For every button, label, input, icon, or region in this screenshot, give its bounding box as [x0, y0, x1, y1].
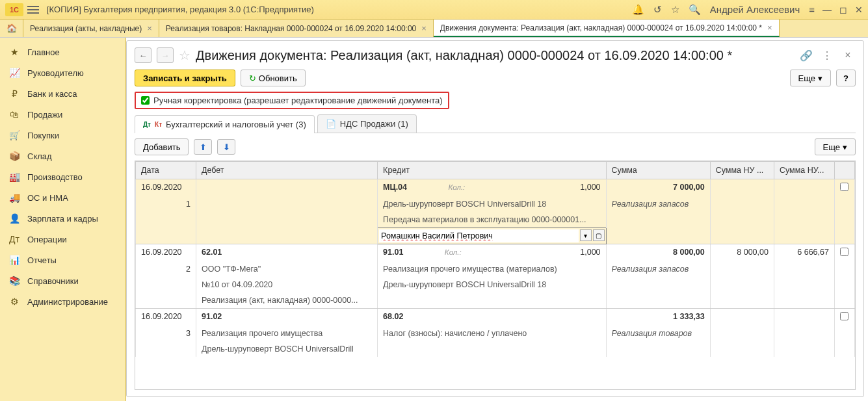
cell-date[interactable]: 16.09.2020	[136, 244, 196, 262]
doc-tab-2[interactable]: Движения документа: Реализация (акт, нак…	[434, 19, 780, 37]
cell-check[interactable]	[834, 244, 854, 262]
tab-close-icon[interactable]: ×	[421, 23, 427, 33]
cell-n[interactable]: 2	[136, 261, 196, 277]
cell-check[interactable]	[834, 179, 854, 197]
move-down-button[interactable]: ⬇	[217, 139, 235, 155]
sidebar-item-operations[interactable]: ДтОперации	[0, 229, 125, 250]
debit-line[interactable]: ООО "ТФ-Мега"	[196, 261, 378, 277]
cell-debit-acc[interactable]	[196, 179, 378, 197]
cell-sum[interactable]: 7 000,00	[606, 179, 710, 197]
nav-fwd-button[interactable]: →	[157, 47, 174, 63]
sidebar-item-purchases[interactable]: 🛒Покупки	[0, 125, 125, 146]
edit-cell[interactable]: ▾ ▢	[378, 228, 606, 244]
link-icon[interactable]: 🔗	[798, 47, 814, 63]
debit-line[interactable]: Реализация прочего имущества	[196, 326, 378, 341]
cell-credit-top[interactable]: МЦ.04 Кол.: 1,000	[378, 179, 606, 197]
bell-icon[interactable]: 🔔	[632, 4, 644, 16]
kebab-icon[interactable]: ⋮	[819, 47, 835, 63]
sidebar-item-admin[interactable]: ⚙Администрирование	[0, 291, 125, 312]
dropdown-button[interactable]: ▾	[580, 229, 592, 241]
sidebar-item-production[interactable]: 🏭Производство	[0, 166, 125, 187]
close-panel-icon[interactable]: ×	[840, 47, 856, 63]
manual-edit-input[interactable]	[141, 96, 150, 105]
grid-row[interactable]: 16.09.2020 62.01 91.01 Кол.: 1,000 8 000…	[136, 244, 855, 262]
maximize-icon[interactable]: ◻	[839, 5, 847, 15]
col-sum-nu1[interactable]: Сумма НУ ...	[710, 162, 774, 179]
grid-row[interactable]: 1 Дрель-шуруповерт BOSCH UniversalDrill …	[136, 196, 855, 212]
cell-nu1[interactable]	[710, 179, 774, 197]
history-icon[interactable]: ↺	[653, 4, 662, 16]
cell-credit-top[interactable]: 91.01 Кол.: 1,000	[378, 244, 606, 262]
credit-line[interactable]: Дрель-шуруповерт BOSCH UniversalDrill 18	[378, 196, 606, 212]
credit-line[interactable]: Передача материалов в эксплуатацию 0000-…	[378, 212, 606, 228]
col-sum-nu2[interactable]: Сумма НУ...	[774, 162, 834, 179]
col-date[interactable]: Дата	[136, 162, 196, 179]
grid-row[interactable]: 16.09.2020 91.02 68.02 1 333,33	[136, 309, 855, 326]
debit-line[interactable]: Реализация (акт, накладная) 0000-0000...	[196, 292, 378, 309]
settings-icon[interactable]: ≡	[809, 4, 815, 15]
grid-row[interactable]: Реализация (акт, накладная) 0000-0000...	[136, 292, 855, 309]
grid-more-button[interactable]: Еще ▾	[815, 138, 856, 155]
cell-comment[interactable]: Реализация товаров	[606, 326, 710, 341]
grid-row[interactable]: 3 Реализация прочего имущества Налог (вз…	[136, 326, 855, 341]
credit-line[interactable]: Налог (взносы): начислено / уплачено	[378, 326, 606, 341]
tab-close-icon[interactable]: ×	[147, 23, 152, 33]
sidebar-item-warehouse[interactable]: 📦Склад	[0, 146, 125, 166]
credit-line[interactable]: Реализация прочего имущества (материалов…	[378, 261, 606, 277]
cell-nu1[interactable]: 8 000,00	[710, 244, 774, 262]
sidebar-item-main[interactable]: ★Главное	[0, 42, 125, 62]
open-button[interactable]: ▢	[593, 229, 605, 241]
refresh-button[interactable]: Обновить	[241, 70, 306, 86]
row-checkbox[interactable]	[840, 183, 848, 191]
manual-edit-checkbox[interactable]: Ручная корректировка (разрешает редактир…	[135, 92, 449, 109]
sidebar-item-hr[interactable]: 👤Зарплата и кадры	[0, 208, 125, 229]
sidebar-item-catalogs[interactable]: 📚Справочники	[0, 270, 125, 291]
help-button[interactable]: ?	[836, 70, 856, 86]
save-close-button[interactable]: Записать и закрыть	[135, 70, 235, 86]
more-button[interactable]: Еще ▾	[790, 70, 831, 86]
col-credit[interactable]: Кредит	[378, 162, 606, 179]
col-check[interactable]	[834, 162, 854, 179]
cell-sum[interactable]: 8 000,00	[606, 244, 710, 262]
cell-sum[interactable]: 1 333,33	[606, 309, 710, 326]
cell-nu2[interactable]	[774, 179, 834, 197]
row-checkbox[interactable]	[840, 248, 848, 256]
cell-comment[interactable]: Реализация запасов	[606, 196, 710, 212]
tab-close-icon[interactable]: ×	[767, 23, 772, 32]
cell-nu2[interactable]: 6 666,67	[774, 244, 834, 262]
grid-row[interactable]: 2 ООО "ТФ-Мега" Реализация прочего имуще…	[136, 261, 855, 277]
cell-n[interactable]: 1	[136, 196, 196, 212]
sidebar-item-bank[interactable]: ₽Банк и касса	[0, 83, 125, 104]
grid-row[interactable]: Передача материалов в эксплуатацию 0000-…	[136, 212, 855, 228]
col-debit[interactable]: Дебет	[196, 162, 378, 179]
doc-tab-0[interactable]: Реализация (акты, накладные) ×	[23, 19, 159, 37]
minimize-icon[interactable]: —	[822, 5, 832, 15]
user-name[interactable]: Андрей Алексеевич	[710, 4, 800, 15]
home-tab[interactable]: 🏠	[0, 19, 23, 37]
search-icon[interactable]: 🔍	[689, 4, 701, 16]
debit-line[interactable]: №10 от 04.09.2020	[196, 277, 378, 292]
cell-debit[interactable]	[196, 196, 378, 212]
tab-vat-sales[interactable]: 📄 НДС Продажи (1)	[317, 114, 417, 133]
sidebar-item-manager[interactable]: 📈Руководителю	[0, 62, 125, 83]
tab-accounting[interactable]: ДтКт Бухгалтерский и налоговый учет (3)	[135, 115, 315, 133]
accounting-grid[interactable]: Дата Дебет Кредит Сумма Сумма НУ ... Сум…	[135, 161, 856, 390]
sidebar-item-reports[interactable]: 📊Отчеты	[0, 250, 125, 270]
debit-acc[interactable]: 91.02	[196, 309, 378, 326]
cell-n[interactable]: 3	[136, 326, 196, 341]
nav-back-button[interactable]: ←	[135, 47, 151, 63]
debit-line[interactable]: Дрель-шуруповерт BOSCH UniversalDrill	[196, 341, 378, 357]
debit-acc[interactable]: 62.01	[196, 244, 378, 262]
grid-row[interactable]: Дрель-шуруповерт BOSCH UniversalDrill	[136, 341, 855, 357]
edit-input[interactable]	[379, 229, 578, 242]
close-icon[interactable]: ✕	[855, 5, 863, 15]
row-checkbox[interactable]	[840, 312, 848, 320]
burger-menu[interactable]	[27, 6, 39, 14]
grid-row[interactable]: №10 от 04.09.2020 Дрель-шуруповерт BOSCH…	[136, 277, 855, 292]
cell-check[interactable]	[834, 309, 854, 326]
credit-acc[interactable]: 68.02	[378, 309, 606, 326]
cell-date[interactable]: 16.09.2020	[136, 309, 196, 326]
cell-comment[interactable]: Реализация запасов	[606, 261, 710, 277]
sidebar-item-sales[interactable]: 🛍Продажи	[0, 104, 125, 125]
credit-line[interactable]: Дрель-шуруповерт BOSCH UniversalDrill 18	[378, 277, 606, 292]
